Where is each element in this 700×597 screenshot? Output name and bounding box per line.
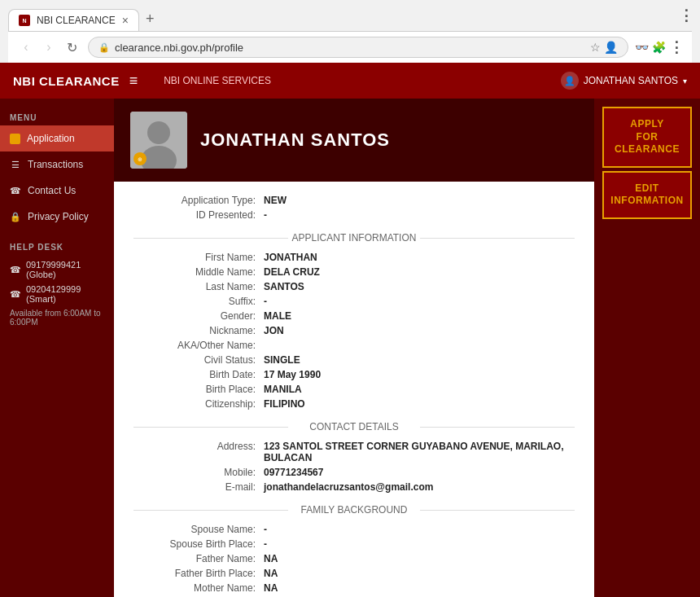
app-header: NBI CLEARANCE ≡ NBI ONLINE SERVICES 👤 JO… — [0, 63, 700, 99]
apply-clearance-button[interactable]: APPLY FOR CLEARANCE — [602, 107, 692, 168]
sidebar-item-transactions-label: Transactions — [28, 159, 83, 170]
forward-button[interactable]: › — [39, 37, 59, 57]
tab-favicon: N — [19, 15, 30, 26]
app-type-label: Application Type: — [133, 195, 264, 206]
gender-label: Gender: — [133, 310, 264, 322]
close-tab-button[interactable]: × — [122, 15, 129, 26]
mother-name-label: Mother Name: — [133, 582, 264, 594]
birthdate-value: 17 May 1990 — [264, 369, 321, 380]
middlename-row: Middle Name: DELA CRUZ — [133, 266, 575, 278]
help-item-globe: ☎ 09179999421 (Globe) — [10, 260, 104, 279]
citizenship-row: Citizenship: FILIPINO — [133, 398, 575, 410]
spouse-name-row: Spouse Name: - — [133, 524, 575, 535]
sidebar-item-privacy[interactable]: 🔒 Privacy Policy — [0, 204, 114, 230]
sidebar-menu-label: MENU — [0, 107, 114, 125]
father-name-value: NA — [264, 553, 278, 564]
birthplace-label: Birth Place: — [133, 384, 264, 395]
sidebar-item-application[interactable]: Application — [0, 125, 114, 151]
ext-button-1[interactable]: 👓 — [635, 41, 649, 54]
spouse-birthplace-value: - — [264, 538, 267, 550]
citizenship-label: Citizenship: — [133, 398, 264, 410]
info-card: Application Type: NEW ID Presented: - AP… — [114, 182, 594, 597]
edit-line2: INFORMATION — [610, 195, 683, 206]
reload-button[interactable]: ↻ — [62, 37, 81, 57]
browser-tabs: N NBI CLEARANCE × + ⋮ — [8, 7, 692, 31]
new-tab-button[interactable]: + — [139, 7, 161, 31]
app-type-value: NEW — [264, 195, 287, 206]
avatar-container: ⊕ — [130, 112, 187, 169]
apply-line2: FOR CLEARANCE — [615, 131, 680, 156]
avatar-badge: ⊕ — [133, 152, 147, 165]
middlename-label: Middle Name: — [133, 266, 264, 278]
active-tab[interactable]: N NBI CLEARANCE × — [8, 9, 139, 31]
url-text: clearance.nbi.gov.ph/profile — [115, 42, 585, 54]
nickname-value: JON — [264, 325, 284, 336]
profile-header: ⊕ JONATHAN SANTOS — [114, 99, 594, 182]
civil-status-value: SINGLE — [264, 354, 300, 366]
help-desk-section: HELP DESK ☎ 09179999421 (Globe) ☎ 092041… — [0, 230, 114, 333]
address-row: Address: 123 SANTOL STREET CORNER GUYABA… — [133, 441, 575, 463]
svg-text:⊕: ⊕ — [138, 156, 142, 162]
mother-name-row: Mother Name: NA — [133, 582, 575, 594]
lastname-label: Last Name: — [133, 281, 264, 292]
globe-number: 09179999421 (Globe) — [26, 260, 104, 279]
address-actions: ☆ 👤 — [590, 41, 618, 54]
help-availability: Available from 6:00AM to 6:00PM — [10, 309, 104, 327]
phone-icon-globe: ☎ — [10, 265, 21, 275]
nav-online-services[interactable]: NBI ONLINE SERVICES — [154, 75, 281, 86]
address-bar[interactable]: 🔒 clearance.nbi.gov.ph/profile ☆ 👤 — [88, 37, 628, 58]
smart-number: 09204129999 (Smart) — [26, 284, 104, 304]
profile-button[interactable]: 👤 — [604, 41, 618, 54]
firstname-label: First Name: — [133, 252, 264, 263]
svg-point-1 — [147, 121, 170, 144]
transactions-icon: ☰ — [10, 159, 21, 170]
firstname-row: First Name: JONATHAN — [133, 252, 575, 263]
suffix-value: - — [264, 296, 267, 307]
sidebar-item-privacy-label: Privacy Policy — [28, 211, 89, 222]
contact-icon: ☎ — [10, 185, 21, 196]
browser-chrome: N NBI CLEARANCE × + ⋮ ‹ › ↻ 🔒 clearance.… — [0, 0, 700, 63]
sidebar-item-application-label: Application — [27, 133, 75, 144]
profile-name: JONATHAN SANTOS — [200, 129, 390, 151]
birthdate-row: Birth Date: 17 May 1990 — [133, 369, 575, 380]
mobile-value: 09771234567 — [264, 467, 323, 478]
gender-value: MALE — [264, 310, 291, 322]
sidebar-item-contact-label: Contact Us — [28, 185, 76, 196]
bookmark-button[interactable]: ☆ — [590, 41, 601, 54]
family-background-header: FAMILY BACKGROUND — [133, 504, 575, 516]
chevron-down-icon: ▾ — [683, 77, 687, 86]
content-area: ⊕ JONATHAN SANTOS Application Type: NEW … — [114, 99, 700, 597]
spouse-birthplace-label: Spouse Birth Place: — [133, 538, 264, 550]
id-presented-label: ID Presented: — [133, 209, 264, 221]
sidebar-item-transactions[interactable]: ☰ Transactions — [0, 151, 114, 178]
applicant-info-header: APPLICANT INFORMATION — [133, 232, 575, 244]
spouse-name-value: - — [264, 524, 267, 535]
address-label: Address: — [133, 441, 264, 463]
aka-row: AKA/Other Name: — [133, 340, 575, 351]
mother-name-value: NA — [264, 582, 278, 594]
browser-menu-button[interactable]: ⋮ — [679, 7, 693, 24]
citizenship-value: FILIPINO — [264, 398, 305, 410]
nickname-label: Nickname: — [133, 325, 264, 336]
browser-options-button[interactable]: ⋮ — [669, 38, 684, 56]
sidebar: MENU Application ☰ Transactions ☎ Contac… — [0, 99, 114, 597]
suffix-label: Suffix: — [133, 296, 264, 307]
edit-information-button[interactable]: EDIT INFORMATION — [602, 171, 692, 219]
apply-line1: APPLY — [630, 118, 663, 129]
help-desk-label: HELP DESK — [10, 243, 104, 252]
help-item-smart: ☎ 09204129999 (Smart) — [10, 284, 104, 304]
sidebar-item-contact[interactable]: ☎ Contact Us — [0, 178, 114, 204]
middlename-value: DELA CRUZ — [264, 266, 320, 278]
address-bar-row: ‹ › ↻ 🔒 clearance.nbi.gov.ph/profile ☆ 👤… — [8, 31, 692, 63]
email-value: jonathandelacruzsantos@gmail.com — [264, 481, 433, 493]
suffix-row: Suffix: - — [133, 296, 575, 307]
privacy-icon: 🔒 — [10, 211, 21, 222]
email-row: E-mail: jonathandelacruzsantos@gmail.com — [133, 481, 575, 493]
profile-section: ⊕ JONATHAN SANTOS Application Type: NEW … — [114, 99, 594, 597]
mobile-label: Mobile: — [133, 467, 264, 478]
father-birthplace-row: Father Birth Place: NA — [133, 568, 575, 579]
ext-button-2[interactable]: 🧩 — [652, 41, 666, 54]
hamburger-button[interactable]: ≡ — [129, 72, 138, 90]
back-button[interactable]: ‹ — [16, 37, 36, 57]
user-menu[interactable]: 👤 JONATHAN SANTOS ▾ — [561, 72, 687, 90]
